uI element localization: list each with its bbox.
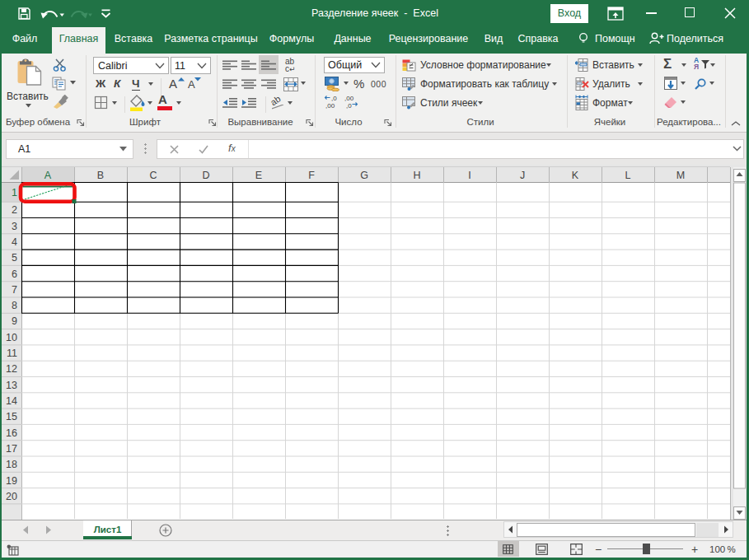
svg-text:8: 8 bbox=[12, 300, 17, 311]
svg-text:,0: ,0 bbox=[331, 95, 337, 102]
svg-text:11: 11 bbox=[7, 348, 17, 359]
svg-text:,00: ,00 bbox=[344, 95, 354, 102]
svg-text:14: 14 bbox=[6, 395, 17, 407]
svg-text:5: 5 bbox=[12, 252, 17, 264]
svg-text:7: 7 bbox=[12, 284, 17, 296]
svg-text:M: M bbox=[676, 170, 685, 181]
svg-text:4: 4 bbox=[12, 236, 17, 248]
svg-text:B: B bbox=[97, 170, 104, 181]
svg-text:2: 2 bbox=[12, 204, 17, 216]
svg-text:D: D bbox=[202, 170, 209, 181]
svg-text:18: 18 bbox=[6, 459, 17, 470]
svg-text:15: 15 bbox=[6, 411, 17, 422]
svg-text:12: 12 bbox=[6, 363, 17, 375]
svg-text:F: F bbox=[308, 170, 315, 181]
svg-text:K: K bbox=[572, 170, 579, 181]
svg-text:,00: ,00 bbox=[325, 102, 335, 110]
svg-text:C: C bbox=[149, 170, 157, 181]
svg-text:3: 3 bbox=[12, 221, 17, 232]
svg-text:A: A bbox=[44, 170, 52, 181]
svg-text:1: 1 bbox=[12, 187, 17, 198]
svg-text:E: E bbox=[255, 170, 262, 181]
svg-text:19: 19 bbox=[6, 475, 17, 487]
svg-text:10: 10 bbox=[6, 332, 17, 343]
svg-text:,0: ,0 bbox=[346, 102, 352, 110]
svg-text:6: 6 bbox=[12, 268, 17, 280]
svg-text:20: 20 bbox=[6, 491, 17, 502]
svg-text:G: G bbox=[360, 170, 368, 181]
svg-text:H: H bbox=[413, 170, 420, 181]
svg-text:L: L bbox=[625, 170, 631, 181]
svg-text:9: 9 bbox=[12, 315, 17, 327]
svg-text:J: J bbox=[520, 170, 525, 181]
svg-text:17: 17 bbox=[6, 443, 17, 455]
svg-text:16: 16 bbox=[6, 427, 17, 439]
svg-text:13: 13 bbox=[6, 380, 17, 391]
svg-text:I: I bbox=[468, 170, 470, 181]
